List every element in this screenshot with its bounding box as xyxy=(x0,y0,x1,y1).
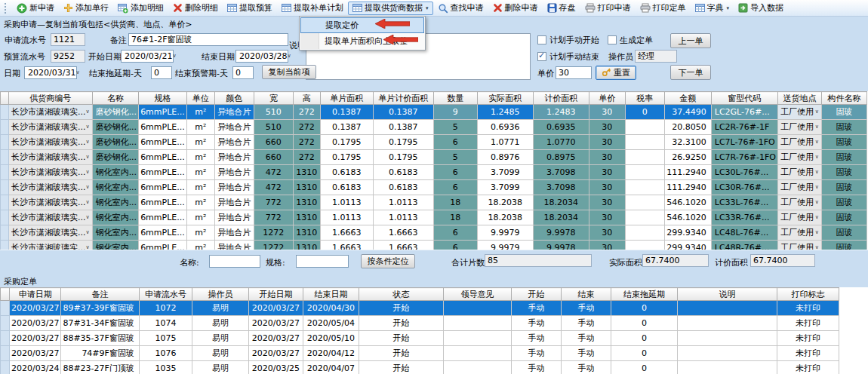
table-cell[interactable]: 异地合片 xyxy=(214,150,254,165)
table-cell[interactable]: 9.9979 xyxy=(477,225,533,241)
row-selector[interactable] xyxy=(1,361,10,374)
table-cell[interactable]: 工厂使用∨ xyxy=(777,150,821,165)
grid-row[interactable]: 长沙市潇湘玻璃实...∨钢化室内...6mmPLE...m²异地合片472131… xyxy=(1,165,867,180)
grid-row[interactable]: 长沙市潇湘玻璃实...∨钢化室内...6mmPLE...m²异地合片772131… xyxy=(1,210,867,225)
combo-cell[interactable]: 工厂使用∨ xyxy=(778,150,821,164)
row-selector[interactable] xyxy=(1,180,9,195)
table-cell[interactable]: 1075 xyxy=(139,331,192,346)
grid-row[interactable]: 长沙市潇湘玻璃实...∨磨砂钢化...6mmPLE...m²异地合片510272… xyxy=(1,120,867,135)
table-cell[interactable]: 易明 xyxy=(192,346,248,361)
table-cell[interactable]: 30 xyxy=(589,165,625,180)
table-cell[interactable]: 546.1020 xyxy=(664,195,711,210)
table-cell[interactable]: 30 xyxy=(589,241,625,250)
spec-filter-input[interactable] xyxy=(296,255,349,268)
table-cell[interactable]: 89#37-39F窗固玻 xyxy=(61,301,140,316)
table-cell[interactable]: 工厂使用∨ xyxy=(777,105,821,120)
row-selector[interactable] xyxy=(1,135,9,150)
row-selector[interactable] xyxy=(1,210,9,225)
table-cell[interactable]: 6 xyxy=(433,180,477,195)
dropdown-chevron-icon[interactable]: ∨ xyxy=(815,155,819,160)
table-cell[interactable]: m² xyxy=(186,120,214,135)
table-cell[interactable]: 长沙市潇湘玻璃实...∨ xyxy=(9,120,93,135)
table-cell[interactable]: 0.6183 xyxy=(373,165,433,180)
table-cell[interactable]: 1310 xyxy=(293,165,320,180)
dropdown-chevron-icon[interactable]: ∨ xyxy=(86,215,90,220)
table-cell[interactable]: LC7L-76#-1FO xyxy=(711,135,777,150)
table-cell[interactable]: 固玻 xyxy=(821,150,866,165)
table-cell[interactable]: 772 xyxy=(254,195,293,210)
table-cell[interactable]: 3.7099 xyxy=(477,165,533,180)
table-cell[interactable]: 9.9978 xyxy=(533,241,589,250)
table-cell[interactable]: 2020/03/27 xyxy=(10,331,61,346)
table-cell[interactable]: m² xyxy=(186,165,214,180)
table-cell[interactable]: 0.1387 xyxy=(320,120,373,135)
dropdown-chevron-icon[interactable]: ∨ xyxy=(86,200,90,205)
combo-cell[interactable]: 长沙市潇湘玻璃实...∨ xyxy=(9,105,92,119)
table-cell[interactable]: 6mmPLE... xyxy=(139,210,187,225)
table-cell[interactable]: 长沙市潇湘玻璃实...∨ xyxy=(9,195,93,210)
table-cell[interactable]: 510 xyxy=(254,105,293,120)
table-cell[interactable]: 87#31-34F窗固玻 xyxy=(61,316,140,331)
table-cell[interactable]: 1.2483 xyxy=(533,105,589,120)
dropdown-chevron-icon[interactable]: ∨ xyxy=(815,185,819,190)
table-cell[interactable]: 0.6183 xyxy=(320,180,373,195)
table-cell[interactable]: 手动 xyxy=(511,346,561,361)
table-cell[interactable]: 固玻 xyxy=(821,165,866,180)
combo-cell[interactable]: 工厂使用∨ xyxy=(778,120,821,134)
table-cell[interactable]: 1074 xyxy=(139,316,192,331)
table-cell[interactable]: 2020/03/27 xyxy=(10,316,61,331)
table-cell[interactable] xyxy=(677,346,777,361)
table-cell[interactable]: 异地合片 xyxy=(214,105,254,120)
order-row[interactable]: 2020/03/2787#31-34F窗固玻1074易明2020/03/2720… xyxy=(1,316,839,331)
order-row[interactable]: 2020/03/2774#9F窗固玻1076易明2020/03/272020/0… xyxy=(1,346,839,361)
table-cell[interactable]: 2020/04/12 xyxy=(303,346,359,361)
row-selector[interactable] xyxy=(1,241,9,250)
save-button[interactable]: 存盘 xyxy=(543,2,580,15)
table-cell[interactable]: 易明 xyxy=(192,331,248,346)
table-cell[interactable]: 6mmPLE... xyxy=(139,120,187,135)
grid-row[interactable]: 长沙市潇湘玻璃实...∨钢化室内...6mmPLE...m²异地合片472131… xyxy=(1,180,867,195)
table-cell[interactable]: 1272 xyxy=(254,241,293,250)
table-cell[interactable]: 18.2034 xyxy=(533,210,589,225)
table-cell[interactable]: 未打印 xyxy=(777,361,839,374)
add-row-button[interactable]: 添加单行 xyxy=(59,2,113,15)
table-cell[interactable]: 6 xyxy=(433,165,477,180)
table-cell[interactable]: 未打印 xyxy=(777,331,839,346)
table-cell[interactable]: 88#23-27F门顶玻 xyxy=(61,361,140,374)
table-cell[interactable]: 18 xyxy=(433,195,477,210)
table-cell[interactable]: 2020/03/27 xyxy=(248,316,303,331)
table-cell[interactable]: 开始 xyxy=(359,361,443,374)
table-cell[interactable]: 2020/04/30 xyxy=(303,301,359,316)
dropdown-chevron-icon[interactable]: ∨ xyxy=(815,215,819,220)
table-cell[interactable] xyxy=(677,361,777,374)
table-cell[interactable]: 26.9250 xyxy=(664,150,711,165)
table-cell[interactable]: 5 xyxy=(433,150,477,165)
table-cell[interactable]: 3.7098 xyxy=(533,165,589,180)
table-cell[interactable]: 472 xyxy=(254,180,293,195)
table-cell[interactable]: 6mmPLE... xyxy=(139,135,187,150)
table-cell[interactable]: 1.0113 xyxy=(373,195,433,210)
table-cell[interactable]: 未打印 xyxy=(777,346,839,361)
table-cell[interactable]: 3.7099 xyxy=(477,180,533,195)
table-cell[interactable]: 工厂使用∨ xyxy=(777,165,821,180)
previous-order-button[interactable]: 上一单 xyxy=(670,33,711,48)
table-cell[interactable]: 开始 xyxy=(359,301,443,316)
table-cell[interactable]: 开始 xyxy=(359,346,443,361)
table-cell[interactable]: 异地合片 xyxy=(214,225,254,241)
table-cell[interactable]: 660 xyxy=(254,150,293,165)
table-cell[interactable]: 开始 xyxy=(359,331,443,346)
table-cell[interactable]: 272 xyxy=(293,105,320,120)
table-cell[interactable]: 299.9340 xyxy=(664,241,711,250)
table-cell[interactable]: 272 xyxy=(293,135,320,150)
start-date-picker[interactable]: 2020/03/21∨ xyxy=(121,50,174,63)
table-cell[interactable]: LC2R-76#-1F xyxy=(711,120,777,135)
table-cell[interactable]: 手动 xyxy=(561,346,611,361)
table-cell[interactable]: 固玻 xyxy=(821,105,866,120)
row-selector[interactable] xyxy=(1,165,9,180)
table-cell[interactable]: LC2GL-76#... xyxy=(711,105,777,120)
table-cell[interactable]: m² xyxy=(186,195,214,210)
table-cell[interactable] xyxy=(625,120,664,135)
table-cell[interactable]: 固玻 xyxy=(821,135,866,150)
print-order-button[interactable]: 打印定单 xyxy=(636,2,691,15)
grid-row[interactable]: 长沙市潇湘玻璃实...∨磨砂钢化...6mmPLE...m²异地合片660272… xyxy=(1,150,867,165)
